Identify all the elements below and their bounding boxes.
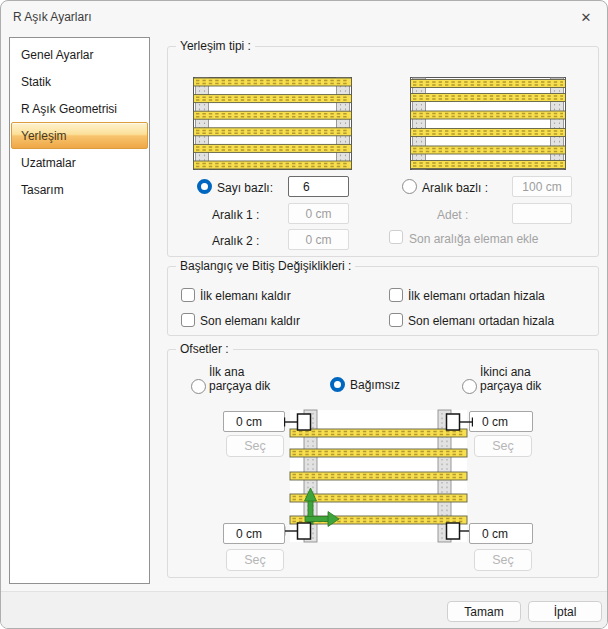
independent-radio-label: Bağımsız: [350, 378, 400, 392]
center-last-element-checkbox[interactable]: [389, 313, 403, 327]
count-input[interactable]: 6: [288, 176, 349, 197]
spacing-based-radio[interactable]: [402, 179, 417, 194]
count-based-radio-label: Sayı bazlı:: [217, 181, 273, 195]
sidebar-item-label: Genel Ayarlar: [21, 48, 94, 62]
independent-radio[interactable]: [330, 377, 345, 392]
adet-label: Adet :: [437, 208, 468, 222]
spacing-input[interactable]: 100 cm: [512, 176, 572, 197]
spacing-based-radio-label: Aralık bazlı :: [422, 181, 488, 195]
sidebar-item-statik[interactable]: Statik: [11, 68, 148, 95]
placement-type-group: Yerleşim tipi : Sayı bazlı: 6 Aralık baz…: [167, 46, 599, 257]
add-element-last-gap-checkbox[interactable]: [389, 230, 403, 244]
remove-first-element-label: İlk elemanı kaldır: [200, 289, 291, 303]
perpendicular-second-part-radio[interactable]: [462, 379, 477, 394]
sidebar-item-label: Yerleşim: [21, 129, 67, 143]
sidebar-item-label: Uzatmalar: [21, 156, 76, 170]
select-bottom-left-button[interactable]: Seç: [226, 549, 284, 571]
center-first-element-label: İlk elemanı ortadan hizala: [408, 289, 545, 303]
start-end-changes-group: Başlangıç ve Bitiş Değişiklikleri : İlk …: [167, 266, 599, 336]
window-title: R Aşık Ayarları: [13, 10, 91, 24]
settings-category-list: Genel Ayarlar Statik R Aşık Geometrisi Y…: [9, 37, 150, 584]
select-top-right-button[interactable]: Seç: [474, 435, 532, 457]
close-icon[interactable]: ✕: [574, 6, 598, 28]
select-bottom-right-button[interactable]: Seç: [474, 549, 532, 571]
gap2-label: Aralık 2 :: [212, 234, 259, 248]
offset-top-right-input[interactable]: 0 cm: [469, 411, 533, 432]
count-based-layout-diagram: [193, 77, 352, 170]
perpendicular-second-part-label: İkinci ana parçaya dik: [480, 366, 550, 393]
spacing-based-layout-diagram: [410, 77, 566, 170]
perpendicular-first-part-radio[interactable]: [191, 379, 206, 394]
add-element-last-gap-label: Son aralığa eleman ekle: [409, 232, 538, 246]
sidebar-item-yerlesim[interactable]: Yerleşim: [11, 122, 148, 149]
sidebar-item-label: R Aşık Geometrisi: [21, 102, 117, 116]
gap1-label: Aralık 1 :: [212, 208, 259, 222]
sidebar-item-genel-ayarlar[interactable]: Genel Ayarlar: [11, 41, 148, 68]
select-top-left-button[interactable]: Seç: [226, 435, 284, 457]
purlin-settings-dialog: R Aşık Ayarları ✕ Genel Ayarlar Statik R…: [0, 0, 608, 629]
perpendicular-first-part-label: İlk ana parçaya dik: [209, 366, 279, 393]
remove-first-element-checkbox[interactable]: [181, 288, 195, 302]
remove-last-element-label: Son elemanı kaldır: [200, 314, 300, 328]
offset-top-left-input[interactable]: 0 cm: [223, 411, 285, 432]
count-based-radio[interactable]: [197, 179, 212, 194]
group-title: Yerleşim tipi :: [176, 39, 255, 54]
sidebar-item-uzatmalar[interactable]: Uzatmalar: [11, 149, 148, 176]
cancel-button[interactable]: İptal: [528, 601, 602, 622]
adet-input[interactable]: [512, 203, 572, 224]
sidebar-item-label: Statik: [21, 75, 51, 89]
dialog-footer: Tamam İptal: [1, 591, 607, 628]
center-last-element-label: Son elemanı ortadan hizala: [408, 314, 554, 328]
offsets-group: Ofsetler : İlk ana parçaya dik Bağımsız …: [167, 349, 599, 578]
ok-button[interactable]: Tamam: [447, 601, 521, 622]
center-first-element-checkbox[interactable]: [389, 288, 403, 302]
group-title: Ofsetler :: [176, 342, 233, 357]
group-title: Başlangıç ve Bitiş Değişiklikleri :: [176, 259, 355, 274]
offset-bottom-right-input[interactable]: 0 cm: [469, 523, 533, 544]
gap2-input[interactable]: 0 cm: [288, 229, 349, 250]
remove-last-element-checkbox[interactable]: [181, 313, 195, 327]
sidebar-item-tasarim[interactable]: Tasarım: [11, 176, 148, 203]
sidebar-item-r-asik-geometrisi[interactable]: R Aşık Geometrisi: [11, 95, 148, 122]
sidebar-item-label: Tasarım: [21, 183, 64, 197]
offset-bottom-left-input[interactable]: 0 cm: [223, 523, 285, 544]
offsets-diagram: [284, 409, 473, 543]
gap1-input[interactable]: 0 cm: [288, 203, 349, 224]
